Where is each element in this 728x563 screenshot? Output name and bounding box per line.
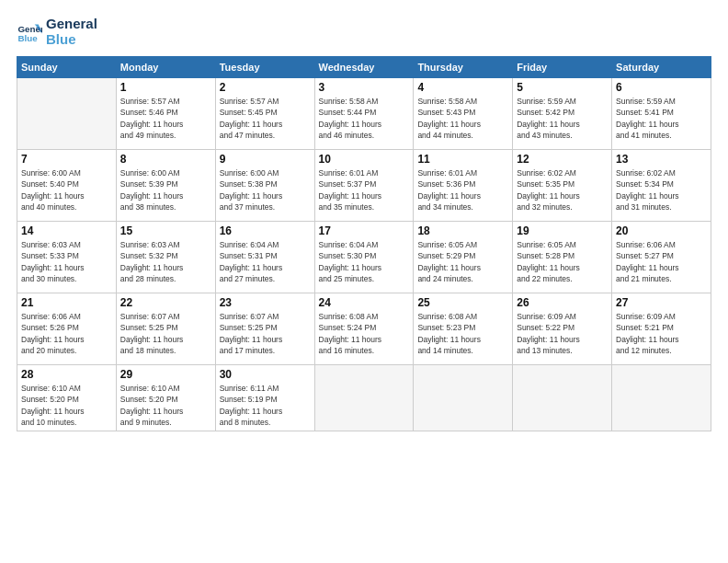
logo-icon: General Blue bbox=[17, 19, 42, 45]
col-header-sunday: Sunday bbox=[17, 57, 117, 78]
day-number: 2 bbox=[220, 81, 311, 94]
calendar-cell: 22Sunrise: 6:07 AMSunset: 5:25 PMDayligh… bbox=[116, 293, 215, 365]
week-row-5: 28Sunrise: 6:10 AMSunset: 5:20 PMDayligh… bbox=[17, 365, 711, 431]
calendar-cell: 26Sunrise: 6:09 AMSunset: 5:22 PMDayligh… bbox=[513, 293, 612, 365]
day-number: 4 bbox=[417, 81, 508, 94]
calendar-cell: 27Sunrise: 6:09 AMSunset: 5:21 PMDayligh… bbox=[612, 293, 711, 365]
day-info: Sunrise: 6:00 AMSunset: 5:40 PMDaylight:… bbox=[21, 167, 112, 213]
day-number: 24 bbox=[319, 296, 410, 309]
col-header-tuesday: Tuesday bbox=[215, 57, 314, 78]
day-info: Sunrise: 5:58 AMSunset: 5:44 PMDaylight:… bbox=[319, 96, 410, 141]
calendar-cell: 25Sunrise: 6:08 AMSunset: 5:23 PMDayligh… bbox=[414, 293, 513, 365]
day-number: 6 bbox=[616, 81, 707, 94]
day-info: Sunrise: 6:11 AMSunset: 5:19 PMDaylight:… bbox=[220, 383, 311, 428]
calendar-cell: 1Sunrise: 5:57 AMSunset: 5:46 PMDaylight… bbox=[116, 78, 215, 150]
calendar-cell: 11Sunrise: 6:01 AMSunset: 5:36 PMDayligh… bbox=[414, 150, 513, 222]
day-info: Sunrise: 5:59 AMSunset: 5:42 PMDaylight:… bbox=[517, 96, 608, 141]
day-info: Sunrise: 6:06 AMSunset: 5:27 PMDaylight:… bbox=[616, 239, 707, 284]
day-info: Sunrise: 6:02 AMSunset: 5:34 PMDaylight:… bbox=[616, 167, 707, 213]
day-number: 19 bbox=[517, 224, 608, 237]
day-info: Sunrise: 6:08 AMSunset: 5:23 PMDaylight:… bbox=[417, 311, 508, 356]
day-info: Sunrise: 5:59 AMSunset: 5:41 PMDaylight:… bbox=[616, 96, 707, 141]
day-info: Sunrise: 6:01 AMSunset: 5:36 PMDaylight:… bbox=[417, 167, 508, 213]
calendar-cell bbox=[314, 365, 414, 431]
col-header-wednesday: Wednesday bbox=[314, 57, 414, 78]
calendar-cell: 28Sunrise: 6:10 AMSunset: 5:20 PMDayligh… bbox=[17, 365, 117, 431]
calendar-cell: 20Sunrise: 6:06 AMSunset: 5:27 PMDayligh… bbox=[612, 222, 711, 293]
col-header-friday: Friday bbox=[513, 57, 612, 78]
calendar-cell bbox=[513, 365, 612, 431]
calendar-cell: 18Sunrise: 6:05 AMSunset: 5:29 PMDayligh… bbox=[414, 222, 513, 293]
calendar-cell: 9Sunrise: 6:00 AMSunset: 5:38 PMDaylight… bbox=[215, 150, 314, 222]
day-number: 5 bbox=[517, 81, 608, 94]
day-info: Sunrise: 5:57 AMSunset: 5:46 PMDaylight:… bbox=[120, 96, 211, 141]
day-number: 1 bbox=[120, 81, 211, 94]
week-row-4: 21Sunrise: 6:06 AMSunset: 5:26 PMDayligh… bbox=[17, 293, 711, 365]
col-header-saturday: Saturday bbox=[612, 57, 711, 78]
calendar-cell: 3Sunrise: 5:58 AMSunset: 5:44 PMDaylight… bbox=[314, 78, 414, 150]
calendar-cell: 6Sunrise: 5:59 AMSunset: 5:41 PMDaylight… bbox=[612, 78, 711, 150]
day-number: 29 bbox=[120, 368, 211, 381]
calendar-cell: 23Sunrise: 6:07 AMSunset: 5:25 PMDayligh… bbox=[215, 293, 314, 365]
calendar-cell: 8Sunrise: 6:00 AMSunset: 5:39 PMDaylight… bbox=[116, 150, 215, 222]
week-row-2: 7Sunrise: 6:00 AMSunset: 5:40 PMDaylight… bbox=[17, 150, 711, 222]
day-info: Sunrise: 6:09 AMSunset: 5:22 PMDaylight:… bbox=[517, 311, 608, 356]
day-info: Sunrise: 6:01 AMSunset: 5:37 PMDaylight:… bbox=[319, 167, 410, 213]
day-info: Sunrise: 6:00 AMSunset: 5:39 PMDaylight:… bbox=[120, 167, 211, 213]
svg-text:Blue: Blue bbox=[17, 32, 38, 42]
day-info: Sunrise: 6:10 AMSunset: 5:20 PMDaylight:… bbox=[120, 383, 211, 428]
calendar-cell: 10Sunrise: 6:01 AMSunset: 5:37 PMDayligh… bbox=[314, 150, 414, 222]
header: General Blue General Blue bbox=[17, 17, 711, 47]
day-number: 8 bbox=[120, 153, 211, 166]
col-header-thursday: Thursday bbox=[414, 57, 513, 78]
calendar-cell: 21Sunrise: 6:06 AMSunset: 5:26 PMDayligh… bbox=[17, 293, 117, 365]
day-number: 14 bbox=[21, 224, 112, 237]
day-info: Sunrise: 6:05 AMSunset: 5:29 PMDaylight:… bbox=[417, 239, 508, 284]
day-info: Sunrise: 6:04 AMSunset: 5:31 PMDaylight:… bbox=[220, 239, 311, 284]
day-info: Sunrise: 6:03 AMSunset: 5:33 PMDaylight:… bbox=[21, 239, 112, 284]
week-row-1: 1Sunrise: 5:57 AMSunset: 5:46 PMDaylight… bbox=[17, 78, 711, 150]
day-number: 30 bbox=[220, 368, 311, 381]
day-number: 28 bbox=[21, 368, 112, 381]
day-info: Sunrise: 5:57 AMSunset: 5:45 PMDaylight:… bbox=[220, 96, 311, 141]
day-number: 20 bbox=[616, 224, 707, 237]
day-info: Sunrise: 6:08 AMSunset: 5:24 PMDaylight:… bbox=[319, 311, 410, 356]
day-info: Sunrise: 6:07 AMSunset: 5:25 PMDaylight:… bbox=[220, 311, 311, 356]
day-number: 7 bbox=[21, 153, 112, 166]
day-number: 21 bbox=[21, 296, 112, 309]
day-number: 3 bbox=[319, 81, 410, 94]
day-number: 10 bbox=[319, 153, 410, 166]
calendar-header-row: SundayMondayTuesdayWednesdayThursdayFrid… bbox=[17, 57, 711, 78]
calendar-cell: 19Sunrise: 6:05 AMSunset: 5:28 PMDayligh… bbox=[513, 222, 612, 293]
day-number: 17 bbox=[319, 224, 410, 237]
logo: General Blue General Blue bbox=[17, 17, 97, 47]
day-info: Sunrise: 5:58 AMSunset: 5:43 PMDaylight:… bbox=[417, 96, 508, 141]
calendar-cell: 16Sunrise: 6:04 AMSunset: 5:31 PMDayligh… bbox=[215, 222, 314, 293]
day-number: 26 bbox=[517, 296, 608, 309]
calendar: SundayMondayTuesdayWednesdayThursdayFrid… bbox=[17, 56, 711, 431]
calendar-cell: 30Sunrise: 6:11 AMSunset: 5:19 PMDayligh… bbox=[215, 365, 314, 431]
logo-blue: Blue bbox=[46, 32, 97, 48]
day-number: 11 bbox=[417, 153, 508, 166]
calendar-cell: 15Sunrise: 6:03 AMSunset: 5:32 PMDayligh… bbox=[116, 222, 215, 293]
calendar-cell: 29Sunrise: 6:10 AMSunset: 5:20 PMDayligh… bbox=[116, 365, 215, 431]
calendar-cell bbox=[414, 365, 513, 431]
day-info: Sunrise: 6:07 AMSunset: 5:25 PMDaylight:… bbox=[120, 311, 211, 356]
day-info: Sunrise: 6:10 AMSunset: 5:20 PMDaylight:… bbox=[21, 383, 112, 428]
calendar-cell bbox=[612, 365, 711, 431]
week-row-3: 14Sunrise: 6:03 AMSunset: 5:33 PMDayligh… bbox=[17, 222, 711, 293]
calendar-cell: 13Sunrise: 6:02 AMSunset: 5:34 PMDayligh… bbox=[612, 150, 711, 222]
day-number: 15 bbox=[120, 224, 211, 237]
calendar-cell: 17Sunrise: 6:04 AMSunset: 5:30 PMDayligh… bbox=[314, 222, 414, 293]
day-info: Sunrise: 6:02 AMSunset: 5:35 PMDaylight:… bbox=[517, 167, 608, 213]
day-info: Sunrise: 6:05 AMSunset: 5:28 PMDaylight:… bbox=[517, 239, 608, 284]
calendar-cell: 12Sunrise: 6:02 AMSunset: 5:35 PMDayligh… bbox=[513, 150, 612, 222]
day-number: 22 bbox=[120, 296, 211, 309]
day-info: Sunrise: 6:00 AMSunset: 5:38 PMDaylight:… bbox=[220, 167, 311, 213]
day-info: Sunrise: 6:09 AMSunset: 5:21 PMDaylight:… bbox=[616, 311, 707, 356]
day-info: Sunrise: 6:06 AMSunset: 5:26 PMDaylight:… bbox=[21, 311, 112, 356]
calendar-cell: 7Sunrise: 6:00 AMSunset: 5:40 PMDaylight… bbox=[17, 150, 117, 222]
day-number: 13 bbox=[616, 153, 707, 166]
calendar-cell: 24Sunrise: 6:08 AMSunset: 5:24 PMDayligh… bbox=[314, 293, 414, 365]
day-number: 9 bbox=[220, 153, 311, 166]
